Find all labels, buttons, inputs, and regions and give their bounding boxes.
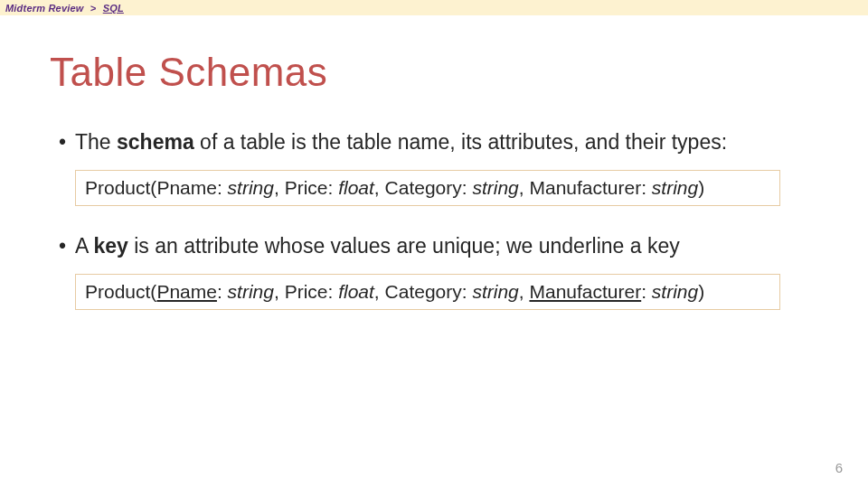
- schema1-prefix: Product(: [85, 177, 156, 198]
- breadcrumb: Midterm Review > SQL: [0, 0, 868, 15]
- schema1-attr2: Price: [285, 177, 328, 198]
- schema1-type3: string: [472, 177, 518, 198]
- bullet2-bold: key: [93, 234, 127, 258]
- schema2-prefix: Product(: [85, 281, 156, 302]
- schema2-type1: string: [228, 281, 274, 302]
- bullet1-bold: schema: [117, 130, 194, 154]
- schema-box-1: Product(Pname: string, Price: float, Cat…: [75, 170, 780, 206]
- schema2-suffix: ): [698, 281, 704, 302]
- schema2-attr1-key: Pname: [156, 281, 217, 302]
- bullet2-pre: A: [75, 234, 93, 258]
- schema2-attr4-key: Manufacturer: [529, 281, 641, 302]
- slide-body: Table Schemas The schema of a table is t…: [0, 15, 868, 310]
- schema2-attr3: Category: [385, 281, 462, 302]
- bullet1-post: of a table is the table name, its attrib…: [194, 130, 727, 154]
- breadcrumb-sep: >: [87, 3, 100, 14]
- schema1-attr1: Pname: [156, 177, 217, 198]
- breadcrumb-parent: Midterm Review: [5, 3, 84, 14]
- schema1-suffix: ): [698, 177, 704, 198]
- page-number: 6: [835, 460, 843, 475]
- schema1-attr4: Manufacturer: [529, 177, 641, 198]
- schema2-type2: float: [338, 281, 374, 302]
- breadcrumb-current: SQL: [103, 3, 124, 14]
- schema2-type4: string: [652, 281, 698, 302]
- schema2-type3: string: [472, 281, 518, 302]
- content: The schema of a table is the table name,…: [50, 129, 818, 310]
- page-title: Table Schemas: [50, 50, 818, 95]
- schema1-attr3: Category: [385, 177, 462, 198]
- bullet2-post: is an attribute whose values are unique;…: [128, 234, 680, 258]
- schema1-type2: float: [338, 177, 374, 198]
- schema2-attr2: Price: [285, 281, 328, 302]
- bullet1-pre: The: [75, 130, 117, 154]
- schema1-type4: string: [652, 177, 698, 198]
- bullet-schema-defn: The schema of a table is the table name,…: [59, 129, 818, 155]
- schema-box-2: Product(Pname: string, Price: float, Cat…: [75, 274, 780, 310]
- schema1-type1: string: [228, 177, 274, 198]
- bullet-key-defn: A key is an attribute whose values are u…: [59, 233, 818, 259]
